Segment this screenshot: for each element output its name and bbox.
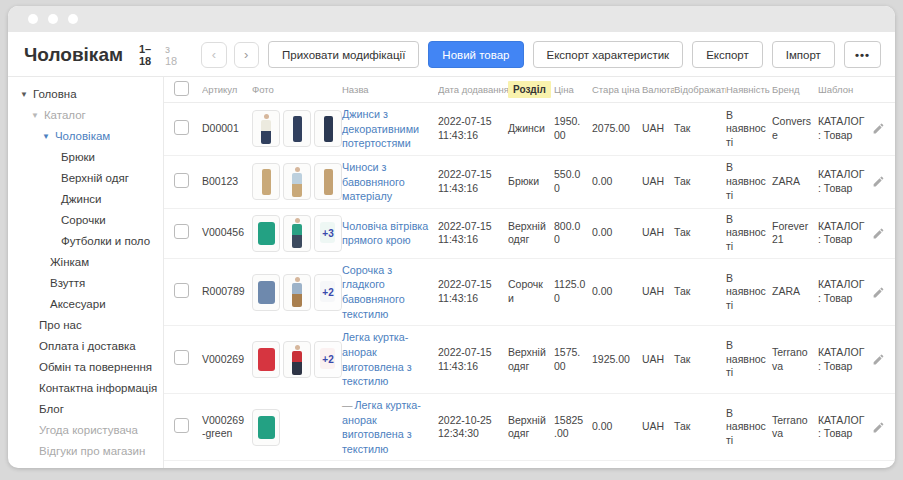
sidebar-item[interactable]: Обмін та повернення [8, 357, 163, 378]
product-photo[interactable] [283, 215, 311, 252]
figure-head [264, 114, 269, 119]
product-name-link[interactable]: Сорочка з гладкого бавовняного текстилю [342, 264, 405, 320]
product-name-link[interactable]: Легка куртка-анорак виготовлена з тексти… [342, 399, 421, 455]
product-photo[interactable] [252, 409, 280, 446]
more-actions-button[interactable]: ••• [844, 41, 881, 68]
cell-article: R000789 [202, 281, 252, 303]
cell-price: 1575.00 [554, 342, 592, 377]
prev-page-button[interactable]: ‹ [201, 42, 226, 68]
column-header[interactable]: Розділ [508, 81, 554, 98]
sidebar-item[interactable]: Брюки [8, 147, 163, 168]
sidebar-item[interactable]: Блог [8, 399, 163, 420]
sidebar-item[interactable]: Джинси [8, 189, 163, 210]
row-checkbox[interactable] [174, 173, 189, 188]
product-photo[interactable] [252, 110, 280, 147]
select-all-checkbox[interactable] [174, 81, 189, 96]
product-photo[interactable] [252, 163, 280, 200]
delete-icon [893, 421, 895, 434]
delete-button[interactable] [893, 286, 895, 299]
cell-availability: В наявності [726, 105, 772, 154]
column-header: Шаблон [818, 84, 872, 95]
table-row: V000269-green—Легка куртка-анорак вигото… [164, 394, 895, 462]
edit-button[interactable] [872, 227, 885, 240]
cell-template: КАТАЛОГ: Товар [818, 274, 872, 309]
edit-icon [872, 122, 885, 135]
column-header: Назва [342, 84, 438, 95]
sidebar-item[interactable]: Аксесуари [8, 294, 163, 315]
product-photo[interactable] [252, 215, 280, 252]
row-checkbox[interactable] [174, 224, 189, 239]
row-checkbox[interactable] [174, 418, 189, 433]
product-photo[interactable] [252, 274, 280, 311]
delete-icon [893, 286, 895, 299]
column-header: Фото [252, 84, 342, 95]
export-button[interactable]: Експорт [692, 41, 763, 68]
sidebar-item[interactable]: Угода користувача [8, 420, 163, 441]
sidebar-item[interactable]: Відгуки про магазин [8, 441, 163, 462]
sidebar-item[interactable]: Футболки и поло [8, 231, 163, 252]
new-product-button[interactable]: Новий товар [428, 41, 523, 68]
product-photo[interactable] [252, 341, 280, 378]
product-name-link[interactable]: Легка куртка-анорак виготовлена з тексти… [342, 331, 412, 387]
cell-display: Так [674, 416, 726, 438]
delete-button[interactable] [893, 353, 895, 366]
cell-price: 15825.00 [554, 410, 592, 445]
cell-currency: UAH [642, 349, 674, 371]
product-name-link[interactable]: Джинси з декоративними потертостями [342, 108, 419, 149]
sidebar-item[interactable]: Верхній одяг [8, 168, 163, 189]
sidebar-item[interactable]: ▼Каталог [8, 105, 163, 126]
time-value: 12:34:30 [438, 427, 502, 441]
page-title: Чоловікам [24, 44, 123, 66]
sidebar-item[interactable]: Мапа сайту [8, 462, 163, 468]
date-value: 2022-07-15 [438, 346, 502, 360]
row-checkbox[interactable] [174, 283, 189, 298]
sidebar-item[interactable]: Про нас [8, 315, 163, 336]
edit-button[interactable] [872, 353, 885, 366]
edit-button[interactable] [872, 286, 885, 299]
product-photo[interactable] [283, 110, 311, 147]
sidebar-item[interactable]: ▼Головна [8, 84, 163, 105]
window-control-icon[interactable] [68, 14, 78, 24]
product-photo[interactable] [314, 110, 342, 147]
window-control-icon[interactable] [48, 14, 58, 24]
edit-button[interactable] [872, 175, 885, 188]
sidebar-item[interactable]: Взуття [8, 273, 163, 294]
delete-button[interactable] [893, 421, 895, 434]
sidebar-item[interactable]: Оплата і доставка [8, 336, 163, 357]
window-control-icon[interactable] [28, 14, 38, 24]
sidebar-item[interactable]: Контактна інформація [8, 378, 163, 399]
cell-brand: Terranova [772, 410, 818, 445]
delete-button[interactable] [893, 175, 895, 188]
edit-button[interactable] [872, 122, 885, 135]
product-name-link[interactable]: Чиноси з бавовняного матеріалу [342, 161, 405, 202]
row-checkbox[interactable] [174, 350, 189, 365]
product-name-link[interactable]: Сорочка з бавовняного матеріалу притален… [342, 466, 405, 468]
product-photo[interactable] [283, 163, 311, 200]
import-button[interactable]: Імпорт [772, 41, 835, 68]
product-photo[interactable]: +3 [314, 215, 342, 252]
sidebar-item[interactable]: Сорочки [8, 210, 163, 231]
sidebar-item[interactable]: Жінкам [8, 252, 163, 273]
edit-button[interactable] [872, 421, 885, 434]
cell-template: КАТАЛОГ: Товар [818, 111, 872, 146]
product-name-link[interactable]: Чоловіча вітрівка прямого крою [342, 220, 428, 247]
product-photo[interactable]: +2 [314, 274, 342, 311]
sidebar-item-label: Каталог [44, 109, 86, 121]
hide-modifications-button[interactable]: Приховати модифікації [268, 41, 419, 68]
cell-photos: +3 [252, 211, 342, 256]
garment-graphic [258, 416, 275, 439]
export-characteristics-button[interactable]: Експорт характеристик [533, 41, 684, 68]
product-photo[interactable] [283, 274, 311, 311]
sidebar-item-label: Відгуки про магазин [39, 445, 145, 457]
delete-button[interactable] [893, 122, 895, 135]
delete-button[interactable] [893, 227, 895, 240]
product-photo[interactable] [314, 163, 342, 200]
product-photo[interactable]: +2 [314, 341, 342, 378]
cell-article: B00123 [202, 171, 252, 193]
more-photos-badge: +3 [315, 216, 341, 251]
next-page-button[interactable]: › [234, 42, 259, 68]
figure-head [295, 218, 300, 223]
product-photo[interactable] [283, 341, 311, 378]
row-checkbox[interactable] [174, 120, 189, 135]
sidebar-item[interactable]: ▼Чоловікам [8, 126, 163, 147]
